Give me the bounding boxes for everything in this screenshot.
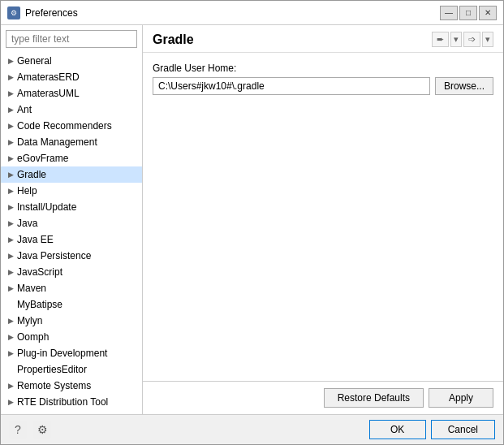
- browse-button[interactable]: Browse...: [435, 77, 493, 95]
- sidebar-item-label: Java: [17, 218, 37, 229]
- nav-arrows: ➨ ▾ ➩ ▾: [432, 32, 493, 47]
- sidebar-item-label: PropertiesEditor: [17, 364, 87, 375]
- sidebar-item-label: eGovFrame: [17, 153, 68, 164]
- sidebar-item-oomph[interactable]: ▶Oomph: [1, 329, 142, 345]
- main-header: Gradle ➨ ▾ ➩ ▾: [143, 25, 503, 53]
- maximize-button[interactable]: □: [459, 6, 477, 20]
- preferences-settings-button[interactable]: ⚙: [33, 421, 51, 439]
- sidebar-item-label: Oomph: [17, 331, 49, 343]
- expand-arrow-icon: ▶: [6, 56, 15, 66]
- sidebar-item-label: Code Recommenders: [17, 120, 112, 132]
- sidebar-item-gradle[interactable]: ▶Gradle: [1, 166, 142, 183]
- sidebar-item-mylyn[interactable]: ▶Mylyn: [1, 313, 142, 329]
- expand-arrow-icon: ▶: [6, 121, 15, 131]
- expand-arrow-icon: ▶: [6, 137, 15, 147]
- close-button[interactable]: ✕: [479, 6, 497, 20]
- help-icon: ?: [15, 423, 21, 436]
- sidebar-item-label: Java Persistence: [17, 250, 91, 261]
- no-arrow: [6, 300, 15, 309]
- bottom-bar: ? ⚙ OK Cancel: [1, 414, 503, 444]
- help-button[interactable]: ?: [9, 421, 27, 439]
- expand-arrow-icon: ▶: [6, 251, 15, 261]
- expand-arrow-icon: ▶: [6, 397, 15, 407]
- sidebar: ▶General▶AmaterasERD▶AmaterasUML▶Ant▶Cod…: [1, 25, 143, 414]
- sidebar-item-remote-systems[interactable]: ▶Remote Systems: [1, 378, 142, 394]
- gradle-settings-content: Gradle User Home: Browse...: [143, 53, 503, 381]
- sidebar-item-label: General: [17, 55, 52, 67]
- sidebar-item-label: Plug-in Development: [17, 348, 107, 359]
- sidebar-item-label: Java EE: [17, 234, 54, 245]
- sidebar-item-java[interactable]: ▶Java: [1, 215, 142, 231]
- settings-icon: ⚙: [37, 423, 48, 436]
- cancel-button[interactable]: Cancel: [431, 420, 495, 439]
- expand-arrow-icon: ▶: [6, 332, 15, 342]
- title-controls: — □ ✕: [440, 6, 497, 20]
- expand-arrow-icon: ▶: [6, 170, 15, 179]
- sidebar-item-label: Gradle: [17, 169, 46, 180]
- sidebar-item-plug-in-development[interactable]: ▶Plug-in Development: [1, 345, 142, 361]
- expand-arrow-icon: ▶: [6, 202, 15, 212]
- expand-arrow-icon: ▶: [6, 267, 15, 277]
- content-area: ▶General▶AmaterasERD▶AmaterasUML▶Ant▶Cod…: [1, 25, 503, 414]
- sidebar-item-label: Install/Update: [17, 201, 76, 213]
- expand-arrow-icon: ▶: [6, 186, 15, 196]
- sidebar-item-egovframe[interactable]: ▶eGovFrame: [1, 150, 142, 166]
- gradle-user-home-input-row: Browse...: [153, 77, 493, 95]
- sidebar-item-label: JavaScript: [17, 266, 62, 278]
- sidebar-item-label: AmaterasUML: [17, 88, 80, 99]
- sidebar-item-java-ee[interactable]: ▶Java EE: [1, 231, 142, 248]
- sidebar-item-code-recommenders[interactable]: ▶Code Recommenders: [1, 118, 142, 134]
- forward-dropdown[interactable]: ▾: [482, 32, 493, 47]
- ok-button[interactable]: OK: [369, 420, 426, 439]
- main-title: Gradle: [153, 32, 194, 47]
- gradle-user-home-input[interactable]: [153, 77, 430, 95]
- expand-arrow-icon: ▶: [6, 316, 15, 326]
- sidebar-item-label: Maven: [17, 283, 46, 294]
- sidebar-item-ant[interactable]: ▶Ant: [1, 102, 142, 118]
- sidebar-item-label: Data Management: [17, 136, 97, 148]
- minimize-button[interactable]: —: [440, 6, 458, 20]
- back-button[interactable]: ➨: [432, 32, 449, 47]
- sidebar-item-label: MyBatipse: [17, 299, 62, 310]
- sidebar-item-help[interactable]: ▶Help: [1, 183, 142, 199]
- expand-arrow-icon: ▶: [6, 218, 15, 228]
- apply-button[interactable]: Apply: [429, 388, 493, 408]
- title-bar: ⚙ Preferences — □ ✕: [1, 1, 503, 25]
- window-title: Preferences: [25, 7, 78, 19]
- filter-input[interactable]: [6, 30, 137, 48]
- sidebar-item-label: AmaterasERD: [17, 71, 80, 83]
- expand-arrow-icon: ▶: [6, 235, 15, 244]
- sidebar-item-rte-distribution-tool[interactable]: ▶RTE Distribution Tool: [1, 394, 142, 410]
- restore-defaults-button[interactable]: Restore Defaults: [324, 388, 424, 408]
- gradle-user-home-row: Gradle User Home: Browse...: [153, 63, 493, 95]
- sidebar-item-javascript[interactable]: ▶JavaScript: [1, 264, 142, 280]
- sidebar-item-java-persistence[interactable]: ▶Java Persistence: [1, 248, 142, 264]
- sidebar-item-label: Ant: [17, 104, 32, 115]
- expand-arrow-icon: ▶: [6, 153, 15, 163]
- expand-arrow-icon: ▶: [6, 105, 15, 114]
- no-arrow: [6, 365, 15, 374]
- sidebar-scroll[interactable]: ▶General▶AmaterasERD▶AmaterasUML▶Ant▶Cod…: [1, 53, 142, 414]
- forward-button[interactable]: ➩: [463, 32, 480, 47]
- expand-arrow-icon: ▶: [6, 89, 15, 98]
- sidebar-item-amateraserd[interactable]: ▶AmaterasERD: [1, 69, 142, 85]
- main-footer: Restore Defaults Apply: [143, 381, 503, 414]
- sidebar-item-installupdate[interactable]: ▶Install/Update: [1, 199, 142, 215]
- sidebar-item-amaterasuml[interactable]: ▶AmaterasUML: [1, 85, 142, 102]
- expand-arrow-icon: ▶: [6, 72, 15, 82]
- sidebar-item-label: Mylyn: [17, 315, 42, 326]
- bottom-bar-right: OK Cancel: [369, 420, 495, 439]
- main-panel: Gradle ➨ ▾ ➩ ▾ Gradle User Home: Browse.…: [143, 25, 503, 414]
- back-dropdown[interactable]: ▾: [450, 32, 462, 47]
- sidebar-item-maven[interactable]: ▶Maven: [1, 280, 142, 296]
- window-icon: ⚙: [7, 6, 20, 19]
- gradle-user-home-label: Gradle User Home:: [153, 63, 493, 74]
- sidebar-item-mybatipse[interactable]: MyBatipse: [1, 296, 142, 313]
- sidebar-item-label: Remote Systems: [17, 380, 91, 391]
- expand-arrow-icon: ▶: [6, 348, 15, 358]
- sidebar-item-general[interactable]: ▶General: [1, 53, 142, 69]
- bottom-bar-left: ? ⚙: [9, 421, 51, 439]
- title-bar-left: ⚙ Preferences: [7, 6, 78, 19]
- sidebar-item-data-management[interactable]: ▶Data Management: [1, 134, 142, 150]
- sidebar-item-propertieseditor[interactable]: PropertiesEditor: [1, 361, 142, 378]
